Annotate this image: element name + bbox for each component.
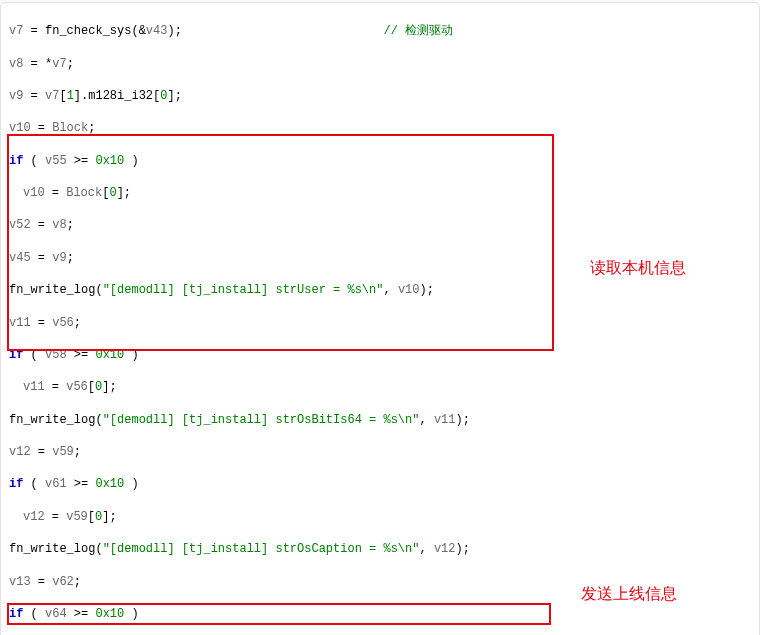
var: v13: [9, 575, 31, 589]
var: Block: [66, 186, 102, 200]
var: v7: [45, 89, 59, 103]
var: v7: [52, 57, 66, 71]
keyword: if: [9, 477, 23, 491]
num: 0x10: [95, 607, 124, 621]
arg: v11: [434, 413, 456, 427]
var: v8: [9, 57, 23, 71]
num: 1: [67, 89, 74, 103]
var: v9: [9, 89, 23, 103]
var: v59: [52, 445, 74, 459]
str: "[demodll] [tj_install] strOsCaption = %…: [103, 542, 420, 556]
code-panel: v7 = fn_check_sys(&v43); // 检测驱动 v8 = *v…: [0, 2, 760, 635]
comment: // 检测驱动: [384, 24, 454, 38]
keyword: if: [9, 607, 23, 621]
var: v10: [23, 186, 45, 200]
arg: v12: [434, 542, 456, 556]
num: 0: [109, 186, 116, 200]
fn: fn_write_log: [9, 413, 95, 427]
fn: fn_check_sys: [45, 24, 131, 38]
var: Block: [52, 121, 88, 135]
var: v8: [52, 218, 66, 232]
var: v56: [52, 316, 74, 330]
fn: fn_write_log: [9, 542, 95, 556]
arg: v10: [398, 283, 420, 297]
var: v56: [66, 380, 88, 394]
var: v11: [9, 316, 31, 330]
code-block: v7 = fn_check_sys(&v43); // 检测驱动 v8 = *v…: [9, 7, 753, 635]
var: v58: [45, 348, 67, 362]
var: v9: [52, 251, 66, 265]
num: 0: [160, 89, 167, 103]
fn: fn_write_log: [9, 283, 95, 297]
var: v11: [23, 380, 45, 394]
num: 0x10: [95, 154, 124, 168]
var: v64: [45, 607, 67, 621]
var: v12: [23, 510, 45, 524]
var: v45: [9, 251, 31, 265]
num: 0x10: [95, 348, 124, 362]
str: "[demodll] [tj_install] strOsBitIs64 = %…: [103, 413, 420, 427]
var: v62: [52, 575, 74, 589]
var: v61: [45, 477, 67, 491]
var: v7: [9, 24, 23, 38]
var: v10: [9, 121, 31, 135]
var: v52: [9, 218, 31, 232]
num: 0x10: [95, 477, 124, 491]
keyword: if: [9, 348, 23, 362]
str: "[demodll] [tj_install] strUser = %s\n": [103, 283, 384, 297]
num: 0: [95, 380, 102, 394]
keyword: if: [9, 154, 23, 168]
num: 0: [95, 510, 102, 524]
var: v12: [9, 445, 31, 459]
arg: v43: [146, 24, 168, 38]
var: v55: [45, 154, 67, 168]
var: v59: [66, 510, 88, 524]
